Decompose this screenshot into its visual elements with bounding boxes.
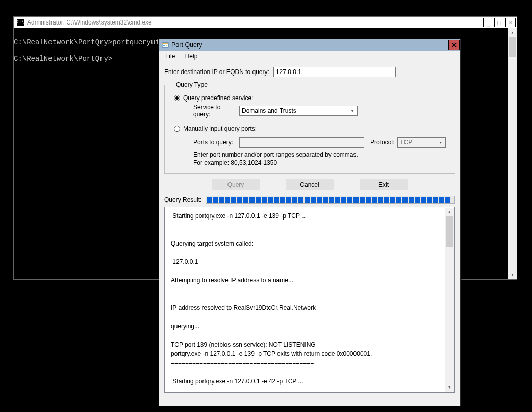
ports-hint: Enter port number and/or port ranges sep… (193, 151, 446, 167)
cmd-line: C:\RealNetwork\PortQry>portqueryui (14, 38, 160, 46)
ports-input (239, 137, 364, 148)
maximize-button[interactable]: □ (494, 18, 504, 27)
scroll-up-icon[interactable]: ▴ (508, 28, 517, 37)
button-row: Query Cancel Exit (164, 179, 455, 190)
destination-label: Enter destination IP or FQDN to query: (164, 68, 269, 76)
protocol-combo: TCP ▾ (397, 137, 446, 148)
scroll-thumb[interactable] (446, 216, 453, 247)
svg-rect-2 (163, 45, 165, 46)
menu-help[interactable]: Help (181, 52, 202, 61)
query-result-label: Query Result: (164, 196, 201, 203)
cmd-line: C:\RealNetwork\PortQry> (14, 55, 112, 63)
radio-predefined-service[interactable] (174, 95, 180, 101)
scroll-thumb[interactable] (509, 37, 516, 57)
svg-rect-3 (166, 45, 167, 46)
progress-bar (206, 196, 455, 204)
hint-line2: For example: 80,53,1024-1350 (193, 159, 277, 166)
service-combo-value: Domains and Trusts (242, 107, 296, 114)
port-query-titlebar[interactable]: Port Query ✕ (159, 39, 460, 51)
destination-input[interactable] (273, 67, 396, 77)
scroll-down-icon[interactable]: ▾ (445, 383, 454, 392)
exit-button[interactable]: Exit (360, 179, 408, 190)
cmd-titlebar[interactable]: C:\ Administrator: C:\Windows\system32\c… (14, 17, 517, 28)
hint-line1: Enter port number and/or port ranges sep… (193, 151, 358, 158)
menu-file[interactable]: File (161, 52, 179, 61)
scroll-track[interactable] (508, 37, 517, 271)
result-text: Starting portqry.exe -n 127.0.0.1 -e 139… (171, 212, 372, 385)
query-button: Query (212, 179, 260, 190)
query-type-group: Query Type Query predefined service: Ser… (164, 81, 455, 174)
svg-rect-1 (162, 43, 168, 44)
radio-manual-label: Manually input query ports: (183, 125, 257, 132)
service-to-query-label: Service to query: (193, 104, 239, 118)
scroll-up-icon[interactable]: ▴ (445, 208, 454, 216)
chevron-down-icon: ▾ (437, 139, 444, 146)
service-combo[interactable]: Domains and Trusts ▾ (239, 106, 358, 116)
chevron-down-icon: ▾ (349, 107, 356, 114)
port-query-window: Port Query ✕ File Help Enter destination… (159, 39, 461, 406)
result-textbox[interactable]: Starting portqry.exe -n 127.0.0.1 -e 139… (164, 207, 455, 393)
cmd-title: Administrator: C:\Windows\system32\cmd.e… (27, 19, 482, 26)
app-icon-portquery (161, 41, 169, 49)
ports-to-query-label: Ports to query: (193, 139, 239, 146)
protocol-combo-value: TCP (400, 139, 412, 146)
protocol-label: Protocol: (370, 139, 394, 146)
close-button[interactable]: ✕ (505, 18, 516, 27)
radio-predefined-label: Query predefined service: (183, 94, 253, 102)
result-scrollbar[interactable]: ▴ ▾ (445, 208, 454, 392)
radio-manual-ports[interactable] (174, 126, 180, 132)
port-query-title: Port Query (171, 41, 448, 49)
cancel-button[interactable]: Cancel (286, 179, 334, 190)
scroll-track[interactable] (445, 216, 454, 383)
cmd-scrollbar[interactable]: ▴ ▾ (508, 28, 517, 279)
port-query-content: Enter destination IP or FQDN to query: Q… (159, 61, 460, 396)
menubar: File Help (159, 51, 460, 61)
scroll-down-icon[interactable]: ▾ (508, 271, 517, 279)
query-type-legend: Query Type (174, 81, 210, 88)
minimize-button[interactable]: _ (483, 18, 493, 27)
close-button[interactable]: ✕ (448, 40, 460, 50)
app-icon-cmd: C:\ (17, 19, 24, 26)
